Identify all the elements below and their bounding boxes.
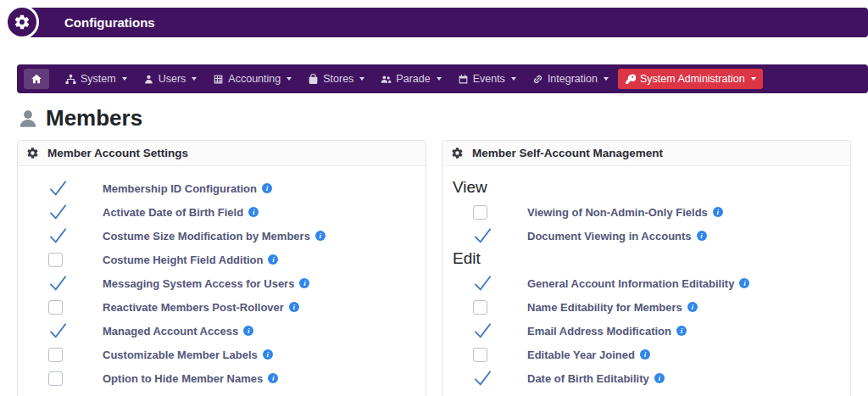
nav-item-label: Parade (396, 73, 430, 85)
nav-item-label: Users (159, 73, 186, 85)
app-title: Configurations (64, 15, 155, 30)
calendar-icon (458, 74, 469, 85)
nav-item-users[interactable]: Users (136, 69, 204, 89)
checkbox-checked[interactable] (48, 204, 68, 220)
panel-body: ViewViewing of Non-Admin-Only FieldsDocu… (442, 166, 850, 396)
gear-icon (26, 147, 39, 159)
grid-icon (213, 74, 224, 85)
page-title: Members (17, 105, 851, 131)
nav-item-system[interactable]: System (58, 69, 134, 89)
checkbox-checked[interactable] (48, 322, 68, 339)
panel-title: Member Self-Account Management (472, 147, 663, 159)
info-icon[interactable] (315, 231, 326, 241)
setting-label-wrap: Activate Date of Birth Field (103, 206, 419, 219)
nav-item-integration[interactable]: Integration (526, 69, 615, 89)
info-icon[interactable] (676, 326, 687, 336)
checkbox-checked[interactable] (48, 227, 68, 244)
setting-row: Customizable Member Labels (25, 343, 419, 366)
checkbox-checked[interactable] (48, 180, 68, 197)
setting-label: Messaging System Access for Users (103, 277, 294, 290)
info-icon[interactable] (687, 302, 698, 312)
nav-item-label: Accounting (228, 73, 281, 85)
app-title-bar: Configurations (24, 8, 868, 37)
section-heading-edit: Edit (449, 248, 843, 271)
setting-label-wrap: Option to Hide Member Names (103, 372, 419, 385)
checkbox-unchecked[interactable] (48, 253, 63, 267)
setting-row: Viewing of Non-Admin-Only Fields (449, 200, 843, 224)
chevron-down-icon (604, 77, 609, 81)
setting-row: Email Address Modification (449, 319, 843, 343)
chevron-down-icon (511, 77, 516, 81)
app-menu-button[interactable] (5, 5, 39, 39)
info-icon[interactable] (654, 373, 665, 383)
section-heading-view: View (449, 176, 843, 200)
setting-label-wrap: Name Editability for Members (527, 301, 843, 314)
nav-item-stores[interactable]: Stores (301, 69, 371, 89)
info-icon[interactable] (289, 302, 299, 312)
checkbox-unchecked[interactable] (48, 300, 63, 315)
info-icon[interactable] (299, 278, 309, 288)
setting-row: Membership ID Configuration (25, 176, 419, 200)
setting-label: Option to Hide Member Names (103, 372, 263, 385)
info-icon[interactable] (262, 183, 272, 193)
setting-label: Customizable Member Labels (103, 349, 258, 361)
checkbox-unchecked[interactable] (473, 348, 487, 362)
checkbox-unchecked[interactable] (48, 371, 63, 386)
app-header: Configurations (0, 5, 868, 42)
nav-item-accounting[interactable]: Accounting (206, 69, 298, 89)
link-icon (532, 74, 543, 85)
info-icon[interactable] (263, 349, 273, 360)
info-icon[interactable] (268, 254, 278, 265)
setting-label: Document Viewing in Accounts (527, 230, 692, 243)
setting-label-wrap: Email Address Modification (527, 325, 843, 337)
setting-label-wrap: Editable Year Joined (527, 349, 843, 361)
setting-label: Managed Account Access (103, 325, 238, 337)
info-icon[interactable] (713, 207, 723, 217)
setting-row: General Account Information Editability (449, 271, 843, 295)
setting-label-wrap: Costume Height Field Addition (103, 254, 419, 266)
setting-row: Managed Account Access (25, 319, 419, 343)
checkbox-unchecked[interactable] (48, 348, 63, 362)
user-icon (143, 74, 154, 85)
page-title-text: Members (46, 105, 142, 131)
setting-row: Date of Birth Editability (449, 366, 843, 390)
checkbox-checked[interactable] (473, 370, 492, 387)
setting-label: Date of Birth Editability (527, 372, 649, 385)
nav-items: SystemUsersAccountingStoresParadeEventsI… (24, 69, 861, 89)
info-icon[interactable] (248, 207, 259, 217)
nav-item-label: Events (473, 73, 505, 85)
info-icon[interactable] (640, 349, 650, 360)
setting-label: Name Editability for Members (527, 301, 682, 314)
person-icon (17, 108, 39, 130)
setting-row: Costume Height Field Addition (25, 248, 419, 271)
info-icon[interactable] (739, 278, 749, 288)
info-icon[interactable] (243, 326, 253, 336)
panel-member-account-settings: Member Account SettingsMembership ID Con… (17, 140, 426, 396)
setting-row: Reactivate Members Post-Rollover (25, 295, 419, 319)
nav-item-home[interactable] (24, 69, 49, 89)
setting-label-wrap: Customizable Member Labels (103, 349, 419, 361)
panel-header: Member Account Settings (18, 141, 426, 166)
main-nav: SystemUsersAccountingStoresParadeEventsI… (17, 64, 868, 93)
checkbox-checked[interactable] (473, 227, 492, 244)
info-icon[interactable] (697, 231, 707, 241)
setting-row: Activate Date of Birth Field (25, 200, 419, 224)
setting-label: Costume Size Modification by Members (103, 230, 310, 243)
key-icon (625, 74, 636, 85)
setting-label-wrap: Managed Account Access (103, 325, 419, 337)
info-icon[interactable] (268, 373, 278, 383)
checkbox-checked[interactable] (473, 322, 492, 339)
nav-item-system-administration[interactable]: System Administration (618, 69, 763, 89)
checkbox-checked[interactable] (48, 275, 68, 292)
setting-label-wrap: General Account Information Editability (527, 277, 843, 290)
nav-item-label: System Administration (640, 73, 745, 85)
setting-label: Editable Year Joined (527, 349, 635, 361)
checkbox-unchecked[interactable] (473, 300, 487, 315)
checkbox-checked[interactable] (473, 275, 492, 292)
nav-item-events[interactable]: Events (451, 69, 523, 89)
chevron-down-icon (192, 77, 197, 81)
setting-label: Viewing of Non-Admin-Only Fields (527, 206, 708, 219)
nav-item-parade[interactable]: Parade (374, 69, 448, 89)
setting-label: General Account Information Editability (527, 277, 734, 290)
checkbox-unchecked[interactable] (473, 205, 487, 220)
